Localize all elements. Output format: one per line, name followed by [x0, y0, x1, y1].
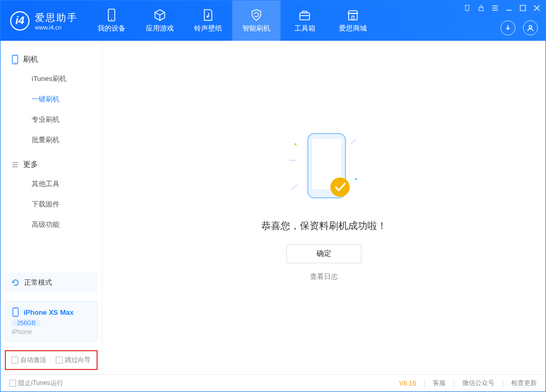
- wechat-link[interactable]: 微信公众号: [462, 379, 495, 388]
- version-label: V8.16: [399, 380, 416, 387]
- logo-area: i4 爱思助手 www.i4.cn: [1, 11, 87, 31]
- shirt-icon[interactable]: [463, 4, 471, 12]
- sidebar-item-pro-flash[interactable]: 专业刷机: [1, 109, 102, 130]
- group-title: 更多: [23, 160, 38, 169]
- header-right-buttons: [500, 20, 538, 35]
- download-button[interactable]: [500, 20, 515, 35]
- tab-store[interactable]: 爱思商城: [329, 1, 377, 41]
- separator: |: [424, 380, 425, 387]
- logo-icon: i4: [10, 11, 29, 31]
- support-link[interactable]: 客服: [433, 379, 446, 388]
- header-bar: i4 爱思助手 www.i4.cn 我的设备 应用游戏 铃声壁纸 智能刷机 工具…: [1, 1, 545, 41]
- group-title: 刷机: [23, 55, 38, 64]
- logo-text: 爱思助手 www.i4.cn: [35, 11, 78, 31]
- device-small-icon: [12, 307, 19, 317]
- checkbox-skip-guide[interactable]: 跳过向导: [56, 356, 91, 365]
- checkbox-auto-activate[interactable]: 自动激活: [11, 356, 46, 365]
- checkbox-icon: [9, 380, 16, 387]
- sidebar-group-more: 更多: [1, 156, 102, 174]
- success-illustration: [300, 134, 348, 203]
- sidebar-main: 刷机 iTunes刷机 一键刷机 专业刷机 批量刷机 更多 其他工具 下载固件 …: [1, 41, 102, 268]
- shield-refresh-icon: [250, 9, 263, 21]
- list-icon: [11, 161, 19, 168]
- sidebar-group-flash: 刷机: [1, 50, 102, 69]
- svg-point-1: [111, 19, 112, 20]
- cube-icon: [153, 9, 166, 21]
- window-controls: [463, 4, 541, 12]
- check-update-link[interactable]: 检查更新: [511, 379, 537, 388]
- svg-point-2: [206, 16, 209, 18]
- tab-smart-flash[interactable]: 智能刷机: [232, 1, 281, 41]
- device-capacity: 256GB: [12, 319, 41, 327]
- tab-label: 智能刷机: [242, 24, 270, 33]
- svg-point-10: [14, 62, 16, 63]
- device-icon: [105, 9, 118, 21]
- app-name: 爱思助手: [35, 11, 78, 24]
- sidebar-item-advanced[interactable]: 高级功能: [1, 215, 102, 235]
- sidebar-item-other-tools[interactable]: 其他工具: [1, 174, 102, 194]
- mode-label: 正常模式: [24, 278, 52, 287]
- mode-box[interactable]: 正常模式: [5, 272, 98, 293]
- tab-ringtones-wallpapers[interactable]: 铃声壁纸: [184, 1, 232, 41]
- toolbox-icon: [298, 9, 311, 21]
- tab-apps-games[interactable]: 应用游戏: [136, 1, 184, 41]
- svg-rect-4: [349, 13, 357, 20]
- checkbox-label: 跳过向导: [65, 356, 91, 364]
- sidebar-item-download-firmware[interactable]: 下载固件: [1, 194, 102, 215]
- close-icon[interactable]: [533, 4, 541, 12]
- tab-label: 我的设备: [98, 24, 126, 33]
- phone-icon: [11, 55, 19, 64]
- svg-rect-3: [300, 13, 309, 20]
- device-box[interactable]: iPhone XS Max 256GB iPhone: [5, 301, 98, 342]
- maximize-icon[interactable]: [519, 4, 527, 12]
- minimize-icon[interactable]: [505, 4, 513, 12]
- svg-rect-5: [352, 16, 354, 20]
- checkbox-icon: [56, 357, 63, 364]
- sidebar-item-oneclick-flash[interactable]: 一键刷机: [1, 89, 102, 109]
- sidebar: 刷机 iTunes刷机 一键刷机 专业刷机 批量刷机 更多 其他工具 下载固件 …: [1, 41, 102, 374]
- tab-toolbox[interactable]: 工具箱: [281, 1, 329, 41]
- separator: |: [502, 380, 504, 387]
- menu-icon[interactable]: [491, 4, 499, 12]
- user-button[interactable]: [523, 20, 538, 35]
- tab-label: 工具箱: [294, 24, 315, 33]
- tab-label: 铃声壁纸: [194, 24, 222, 33]
- svg-rect-6: [479, 8, 483, 11]
- checkbox-block-itunes[interactable]: 阻止iTunes运行: [9, 379, 63, 388]
- svg-point-14: [330, 177, 350, 197]
- success-message: 恭喜您，保资料刷机成功啦！: [261, 219, 387, 232]
- app-site: www.i4.cn: [35, 24, 78, 31]
- tab-label: 爱思商城: [339, 24, 367, 33]
- svg-point-8: [529, 26, 532, 28]
- header-tabs: 我的设备 应用游戏 铃声壁纸 智能刷机 工具箱 爱思商城: [87, 1, 377, 41]
- tab-my-device[interactable]: 我的设备: [87, 1, 136, 41]
- refresh-icon: [11, 278, 20, 287]
- footer-bar: 阻止iTunes运行 V8.16 | 客服 | 微信公众号 | 检查更新: [1, 374, 545, 391]
- device-type: iPhone: [12, 328, 91, 336]
- ok-button[interactable]: 确定: [286, 244, 361, 263]
- lock-icon[interactable]: [477, 4, 485, 12]
- sidebar-item-itunes-flash[interactable]: iTunes刷机: [1, 69, 102, 89]
- view-log-link[interactable]: 查看日志: [310, 272, 338, 282]
- device-name: iPhone XS Max: [24, 308, 73, 316]
- tab-label: 应用游戏: [146, 24, 174, 33]
- body-area: 刷机 iTunes刷机 一键刷机 专业刷机 批量刷机 更多 其他工具 下载固件 …: [1, 41, 545, 374]
- checkbox-icon: [11, 357, 18, 364]
- footer-right: V8.16 | 客服 | 微信公众号 | 检查更新: [399, 379, 537, 388]
- options-row: 自动激活 跳过向导: [5, 350, 98, 370]
- shop-icon: [346, 9, 359, 21]
- music-file-icon: [202, 9, 215, 21]
- checkbox-label: 阻止iTunes运行: [18, 379, 63, 387]
- svg-rect-7: [520, 5, 526, 11]
- svg-rect-11: [13, 308, 18, 316]
- separator: |: [453, 380, 455, 387]
- main-content: 恭喜您，保资料刷机成功啦！ 确定 查看日志: [102, 41, 545, 374]
- checkbox-label: 自动激活: [20, 356, 46, 364]
- sidebar-item-batch-flash[interactable]: 批量刷机: [1, 130, 102, 150]
